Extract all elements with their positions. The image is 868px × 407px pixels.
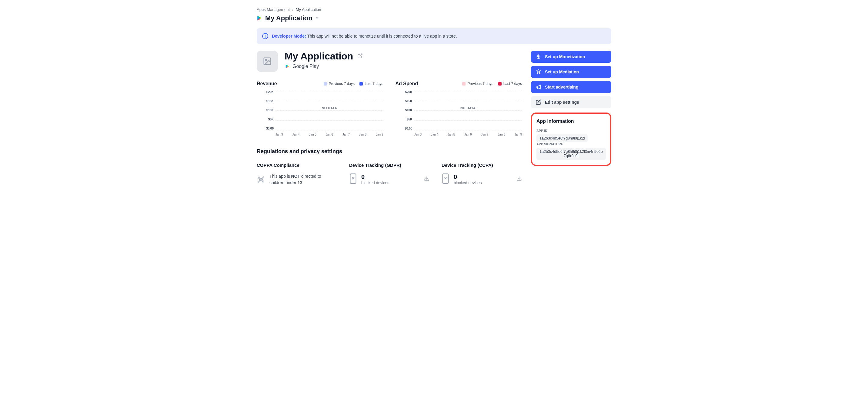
candy-off-icon <box>257 175 265 184</box>
button-label: Set up Monetization <box>545 54 585 59</box>
gdpr-count: 0 <box>361 173 390 180</box>
coppa-text: This app is NOT directed to children und… <box>270 173 337 186</box>
swatch-curr <box>498 82 502 86</box>
download-icon[interactable] <box>517 176 522 182</box>
ccpa-title: Device Tracking (CCPA) <box>441 163 522 168</box>
app-id-label: APP ID <box>536 129 606 133</box>
swatch-prev <box>324 82 327 86</box>
y-axis: $20K $15K $10K $5K $0.00 <box>396 91 414 130</box>
adspend-chart: Ad Spend Previous 7 days Last 7 days <box>396 81 522 136</box>
swatch-prev <box>462 82 466 86</box>
breadcrumb: Apps Management / My Application <box>257 7 611 12</box>
gdpr-title: Device Tracking (GDPR) <box>349 163 430 168</box>
breadcrumb-separator: / <box>292 7 293 12</box>
app-title: My Application <box>285 51 353 62</box>
legend-prev: Previous 7 days <box>324 82 354 86</box>
gdpr-sub: blocked devices <box>361 180 390 185</box>
app-switcher[interactable]: My Application <box>257 14 611 22</box>
app-header: My Application Google Play <box>257 51 522 72</box>
developer-mode-alert: ! Developer Mode: This app will not be a… <box>257 28 611 44</box>
ccpa-sub: blocked devices <box>454 180 482 185</box>
app-information-panel: App information APP ID 1a2b3c4d5e6f7g8h9… <box>531 113 611 166</box>
button-label: Set up Mediation <box>545 69 579 74</box>
setup-mediation-button[interactable]: Set up Mediation <box>531 66 611 78</box>
y-axis: $20K $15K $10K $5K $0.00 <box>257 91 276 130</box>
external-link-icon[interactable] <box>357 53 363 60</box>
start-advertising-button[interactable]: Start advertising <box>531 81 611 93</box>
device-blocked-icon <box>349 173 357 185</box>
app-store-label: Google Play <box>292 64 319 69</box>
breadcrumb-parent[interactable]: Apps Management <box>257 7 290 12</box>
gdpr-card: Device Tracking (GDPR) 0 blocked devices <box>349 163 430 186</box>
legend-prev: Previous 7 days <box>462 82 493 86</box>
setup-monetization-button[interactable]: Set up Monetization <box>531 51 611 63</box>
app-switcher-title: My Application <box>265 14 312 22</box>
chart-title: Revenue <box>257 81 277 86</box>
no-data-label: NO DATA <box>460 106 476 110</box>
regulations-title: Regulations and privacy settings <box>257 148 522 155</box>
app-id-value[interactable]: 1a2b3c4d5e6f7g8h9i0j1k2l <box>536 134 588 142</box>
button-label: Start advertising <box>545 85 578 89</box>
ccpa-count: 0 <box>454 173 482 180</box>
revenue-chart: Revenue Previous 7 days Last 7 days <box>257 81 383 136</box>
edit-app-settings-button[interactable]: Edit app settings <box>531 96 611 108</box>
ccpa-card: Device Tracking (CCPA) 0 blocked devices <box>441 163 522 186</box>
x-axis: Jan 3 Jan 4 Jan 5 Jan 6 Jan 7 Jan 8 Jan … <box>276 133 383 136</box>
no-data-label: NO DATA <box>321 106 337 110</box>
breadcrumb-current: My Application <box>296 7 321 12</box>
x-axis: Jan 3 Jan 4 Jan 5 Jan 6 Jan 7 Jan 8 Jan … <box>414 133 522 136</box>
chevron-down-icon <box>315 16 318 20</box>
legend-curr: Last 7 days <box>360 82 383 86</box>
app-signature-value[interactable]: 1a2b3c4d5e6f7g8h9i0j1k2l3m4n5o6p7q8r9s0t <box>536 148 606 160</box>
swatch-curr <box>360 82 363 86</box>
app-signature-label: APP SIGNATURE <box>536 142 606 146</box>
alert-text: This app will not be able to monetize un… <box>307 34 457 38</box>
button-label: Edit app settings <box>545 100 579 105</box>
legend-curr: Last 7 days <box>498 82 522 86</box>
download-icon[interactable] <box>424 176 430 182</box>
google-play-icon <box>285 64 290 69</box>
app-icon-placeholder <box>257 51 278 72</box>
coppa-title: COPPA Compliance <box>257 163 337 168</box>
coppa-card: COPPA Compliance This app is NOT directe… <box>257 163 337 186</box>
svg-point-1 <box>266 59 267 61</box>
app-info-title: App information <box>536 119 606 124</box>
plot-area: NO DATA <box>414 91 522 130</box>
alert-label: Developer Mode: <box>272 34 306 38</box>
google-play-icon <box>257 16 262 21</box>
alert-icon: ! <box>262 33 268 39</box>
device-blocked-icon <box>441 173 450 185</box>
chart-title: Ad Spend <box>396 81 418 86</box>
plot-area: NO DATA <box>276 91 383 130</box>
